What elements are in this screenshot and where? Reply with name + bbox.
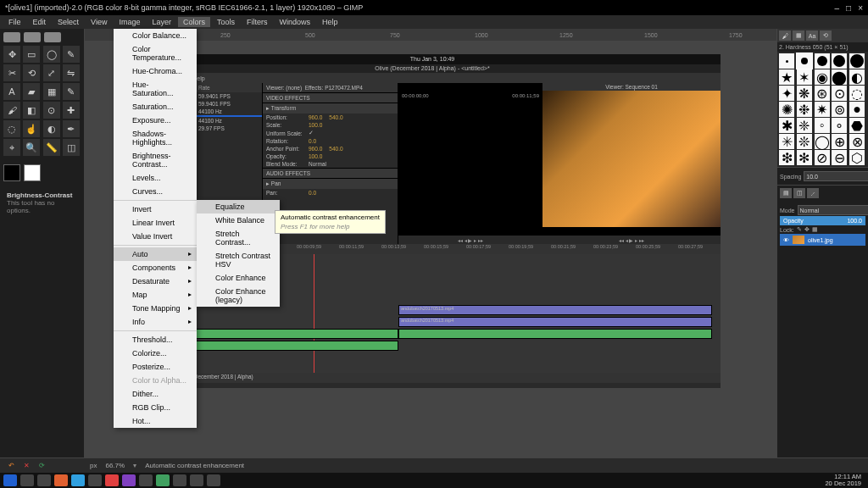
brush-item[interactable]: ⊕: [832, 134, 847, 149]
menu-hot[interactable]: Hot...: [114, 414, 197, 428]
status-zoom[interactable]: 66.7%: [105, 462, 125, 469]
taskbar-app[interactable]: [207, 474, 220, 486]
tool-gradient[interactable]: ▦: [43, 83, 60, 100]
background-swatch[interactable]: [24, 164, 41, 181]
tool-blur[interactable]: ◌: [3, 120, 20, 137]
minimize-button[interactable]: –: [835, 3, 840, 13]
menu-threshold[interactable]: Threshold...: [114, 333, 197, 347]
taskbar-app[interactable]: [173, 474, 186, 486]
menu-tone-mapping[interactable]: Tone Mapping: [114, 302, 197, 315]
tool-clone[interactable]: ⊙: [43, 102, 60, 119]
submenu-equalize[interactable]: Equalize: [197, 200, 280, 214]
menu-file[interactable]: File: [3, 17, 26, 27]
spacing-input[interactable]: [804, 171, 868, 181]
playback-controls-left[interactable]: ◂◂ ◂ ▶ ▸ ▸▸: [398, 236, 542, 244]
taskbar-app[interactable]: [54, 474, 68, 486]
tab-layers-icon[interactable]: ▤: [780, 188, 792, 198]
menu-info[interactable]: Info: [114, 315, 197, 329]
tool-measure[interactable]: 📏: [43, 139, 60, 156]
menu-linear-invert[interactable]: Linear Invert: [114, 216, 197, 230]
brush-item[interactable]: ⊗: [849, 134, 865, 149]
system-clock[interactable]: 12:11 AM 20 Dec 2019: [825, 474, 865, 488]
tab-patterns-icon[interactable]: ▦: [793, 30, 804, 41]
playback-controls-right[interactable]: ◂◂ ◂ ▶ ▸ ▸▸: [542, 236, 721, 244]
menu-edit[interactable]: Edit: [28, 17, 52, 27]
tab-history-icon[interactable]: ⟲: [820, 30, 832, 41]
tool-path[interactable]: ✒: [63, 120, 80, 137]
menu-color-temperature[interactable]: Color Temperature...: [114, 42, 197, 64]
tool-wand[interactable]: ✎: [63, 46, 80, 63]
start-button[interactable]: [3, 474, 17, 486]
tool-cage[interactable]: ◫: [63, 139, 80, 156]
refresh-icon[interactable]: ⟳: [36, 460, 47, 472]
tool-crop[interactable]: ✂: [3, 64, 20, 81]
menu-view[interactable]: View: [86, 17, 112, 27]
menu-posterize[interactable]: Posterize...: [114, 360, 197, 374]
brush-item[interactable]: ⊘: [815, 150, 830, 165]
tool-smudge[interactable]: ☝: [23, 120, 40, 137]
brush-item[interactable]: ◐: [849, 69, 865, 85]
delete-icon[interactable]: ✕: [20, 460, 32, 472]
menu-curves[interactable]: Curves...: [114, 185, 197, 198]
brush-item[interactable]: ◌: [849, 86, 865, 101]
tool-text[interactable]: A: [3, 83, 20, 100]
tool-picker[interactable]: ⌖: [3, 139, 20, 156]
taskbar-app[interactable]: [88, 474, 102, 486]
taskbar-app[interactable]: [20, 474, 34, 486]
taskbar-app[interactable]: [156, 474, 170, 486]
brush-item[interactable]: ⊛: [815, 86, 830, 101]
tab-paths-icon[interactable]: ⟋: [807, 188, 819, 198]
mode-select[interactable]: [798, 205, 868, 215]
tool-scale[interactable]: ⤢: [43, 64, 60, 81]
brush-item[interactable]: ⬤: [832, 69, 847, 85]
playhead[interactable]: [314, 254, 314, 373]
tab-brushes-icon[interactable]: 🖌: [779, 30, 791, 41]
menu-color-balance[interactable]: Color Balance...: [114, 29, 197, 42]
tab-fonts-icon[interactable]: Aa: [806, 30, 818, 41]
menu-tools[interactable]: Tools: [212, 17, 240, 27]
brush-item[interactable]: ⊚: [832, 102, 847, 117]
brush-item[interactable]: ✦: [779, 86, 794, 101]
taskbar-app[interactable]: [122, 474, 136, 486]
brush-item[interactable]: ✻: [797, 150, 812, 165]
tool-rect-select[interactable]: ▭: [23, 46, 40, 63]
brush-item[interactable]: ❉: [797, 102, 812, 117]
menu-value-invert[interactable]: Value Invert: [114, 230, 197, 243]
foreground-swatch[interactable]: [3, 164, 20, 181]
brush-item[interactable]: ◉: [815, 69, 830, 85]
menu-image[interactable]: Image: [114, 17, 145, 27]
menu-exposure[interactable]: Exposure...: [114, 114, 197, 127]
lock-pixels-icon[interactable]: ✎: [797, 226, 802, 233]
brush-item[interactable]: ❈: [797, 118, 812, 133]
menu-saturation[interactable]: Saturation...: [114, 100, 197, 114]
submenu-white-balance[interactable]: White Balance: [197, 214, 280, 227]
submenu-stretch-contrast-hsv[interactable]: Stretch Contrast HSV: [197, 249, 280, 271]
brush-item[interactable]: [815, 53, 830, 69]
brush-item[interactable]: ◯: [815, 134, 830, 149]
brush-item[interactable]: ◦: [815, 118, 830, 133]
tab-channels-icon[interactable]: ◫: [793, 188, 805, 198]
brush-item[interactable]: ❋: [797, 86, 812, 101]
submenu-color-enhance-legacy[interactable]: Color Enhance (legacy): [197, 285, 280, 307]
menu-select[interactable]: Select: [53, 17, 84, 27]
brush-item[interactable]: [832, 53, 847, 69]
tool-rotate[interactable]: ⟲: [23, 64, 40, 81]
submenu-color-enhance[interactable]: Color Enhance: [197, 271, 280, 285]
eye-icon[interactable]: 👁: [783, 237, 789, 243]
tool-flip[interactable]: ⇋: [63, 64, 80, 81]
audio-clip[interactable]: [398, 329, 712, 339]
brush-item[interactable]: ●: [849, 102, 865, 117]
brush-item[interactable]: ✱: [779, 118, 794, 133]
brush-item[interactable]: ✶: [797, 69, 812, 85]
video-clip[interactable]: andobatch20170513.mp4: [398, 317, 712, 327]
lock-alpha-icon[interactable]: ▦: [812, 226, 818, 233]
tool-pencil[interactable]: ✎: [63, 83, 80, 100]
taskbar-app[interactable]: [105, 474, 119, 486]
tool-brush[interactable]: 🖌: [3, 102, 20, 119]
menu-dither[interactable]: Dither...: [114, 387, 197, 401]
close-button[interactable]: ×: [858, 3, 863, 13]
menu-shadows-highlights[interactable]: Shadows-Highlights...: [114, 127, 197, 149]
brush-item[interactable]: ✳: [779, 134, 794, 149]
menu-desaturate[interactable]: Desaturate: [114, 274, 197, 288]
tool-move[interactable]: ✥: [3, 46, 20, 63]
